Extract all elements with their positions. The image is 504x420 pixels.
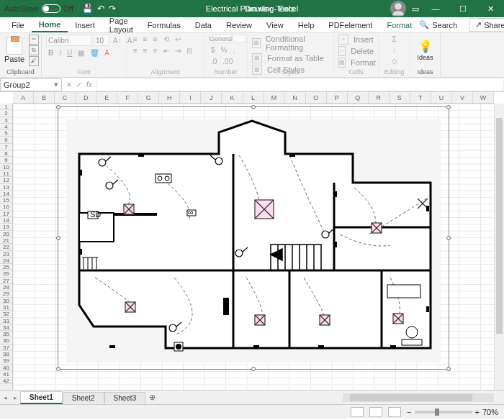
row-header[interactable]: 24 [0, 257, 12, 264]
electrical-floorplan-drawing[interactable]: SD ∞ [66, 119, 441, 362]
column-header[interactable]: R [369, 92, 390, 103]
row-header[interactable]: 2 [0, 110, 12, 117]
row-header[interactable]: 17 [0, 211, 12, 217]
row-header[interactable]: 38 [0, 351, 12, 357]
column-header[interactable]: P [327, 92, 348, 103]
row-header[interactable]: 29 [0, 291, 12, 297]
tab-page-layout[interactable]: Page Layout [102, 14, 140, 36]
column-header[interactable]: C [55, 92, 76, 103]
tab-home[interactable]: Home [32, 18, 68, 32]
tab-help[interactable]: Help [291, 19, 322, 32]
column-header[interactable]: Q [348, 92, 369, 103]
font-size-input[interactable] [94, 35, 109, 46]
zoom-slider[interactable] [415, 411, 472, 414]
name-box[interactable]: Group2▾ [0, 78, 62, 91]
sheet-tab-1[interactable]: Sheet1 [20, 391, 63, 404]
column-header[interactable]: U [431, 92, 452, 103]
currency-icon[interactable]: $ [209, 45, 217, 55]
column-header[interactable]: G [138, 92, 159, 103]
tab-format[interactable]: Format [379, 19, 419, 32]
row-header[interactable]: 33 [0, 318, 12, 324]
row-header[interactable]: 1 [0, 104, 12, 110]
conditional-formatting-button[interactable]: ▦ Conditional Formatting [252, 35, 329, 52]
column-header[interactable]: A [13, 92, 34, 103]
align-left-icon[interactable]: ≡ [131, 46, 140, 55]
row-header[interactable]: 21 [0, 237, 12, 244]
row-header[interactable]: 23 [0, 251, 12, 257]
increase-decimal-icon[interactable]: .0 [209, 57, 219, 66]
zoom-in-button[interactable]: + [475, 408, 480, 416]
autosave-toggle[interactable]: AutoSave Off [4, 4, 73, 13]
page-break-view-icon[interactable] [388, 407, 401, 417]
row-header[interactable]: 7 [0, 144, 12, 150]
column-header[interactable]: V [452, 92, 473, 103]
sheet-tab-2[interactable]: Sheet2 [63, 392, 104, 403]
row-header[interactable]: 4 [0, 124, 12, 130]
formula-bar[interactable] [96, 78, 504, 91]
undo-icon[interactable]: ↶ [97, 4, 104, 14]
column-header[interactable]: M [264, 92, 285, 103]
resize-handle[interactable] [56, 105, 60, 109]
column-header[interactable]: K [222, 92, 243, 103]
column-header[interactable]: D [76, 92, 96, 103]
format-as-table-button[interactable]: ▦ Format as Table [252, 53, 329, 63]
tab-pdfelement[interactable]: PDFelement [321, 19, 379, 32]
copy-icon[interactable]: ⧉ [29, 45, 39, 55]
format-cells-button[interactable]: ▦ Format [338, 58, 374, 68]
underline-button[interactable]: U [65, 48, 74, 58]
column-header[interactable]: H [159, 92, 180, 103]
column-headers[interactable]: ABCDEFGHIJKLMNOPQRSTUVW [13, 92, 494, 104]
row-header[interactable]: 22 [0, 244, 12, 250]
resize-handle[interactable] [56, 236, 60, 240]
row-header[interactable]: 40 [0, 365, 12, 371]
font-color-icon[interactable]: A [102, 48, 112, 58]
row-header[interactable]: 6 [0, 137, 12, 143]
row-header[interactable]: 30 [0, 298, 12, 304]
font-name-input[interactable] [46, 35, 92, 46]
resize-handle[interactable] [446, 367, 451, 371]
merge-icon[interactable]: ⊟ [184, 46, 194, 55]
row-header[interactable]: 25 [0, 264, 12, 270]
decrease-indent-icon[interactable]: ⇤ [161, 46, 171, 55]
row-header[interactable]: 12 [0, 177, 12, 183]
row-header[interactable]: 37 [0, 344, 12, 351]
search-box[interactable]: 🔍 Search [419, 20, 463, 29]
save-icon[interactable]: 💾 [82, 4, 93, 14]
resize-handle[interactable] [251, 105, 256, 109]
cancel-icon[interactable]: ✕ [66, 81, 72, 88]
column-header[interactable]: S [390, 92, 410, 103]
align-middle-icon[interactable]: ≡ [141, 35, 150, 44]
horizontal-scrollbar[interactable] [343, 393, 494, 402]
row-header[interactable]: 8 [0, 150, 12, 157]
close-button[interactable]: ✕ [480, 0, 501, 17]
align-bottom-icon[interactable]: ≡ [151, 35, 160, 44]
column-header[interactable]: B [34, 92, 55, 103]
resize-handle[interactable] [56, 367, 60, 371]
clear-icon[interactable]: ◇ [383, 56, 405, 65]
column-header[interactable]: E [96, 92, 117, 103]
ideas-button[interactable]: Ideas [417, 54, 433, 61]
column-header[interactable]: N [285, 92, 306, 103]
column-header[interactable]: I [180, 92, 201, 103]
page-layout-view-icon[interactable] [369, 407, 382, 417]
row-header[interactable]: 41 [0, 371, 12, 378]
column-header[interactable]: T [410, 92, 431, 103]
paste-button[interactable]: Paste [4, 37, 24, 63]
increase-font-icon[interactable]: A↑ [111, 36, 124, 45]
column-header[interactable]: J [201, 92, 222, 103]
row-header[interactable]: 11 [0, 170, 12, 177]
vertical-scrollbar[interactable] [494, 104, 504, 390]
align-center-icon[interactable]: ≡ [141, 46, 150, 55]
user-avatar[interactable] [390, 1, 406, 17]
row-header[interactable]: 27 [0, 278, 12, 284]
row-header[interactable]: 10 [0, 164, 12, 170]
row-header[interactable]: 28 [0, 284, 12, 291]
redo-icon[interactable]: ↷ [109, 4, 116, 14]
align-right-icon[interactable]: ≡ [151, 46, 160, 55]
row-header[interactable]: 32 [0, 311, 12, 317]
resize-handle[interactable] [446, 105, 451, 109]
worksheet-grid[interactable]: ABCDEFGHIJKLMNOPQRSTUVW 1234567891011121… [0, 92, 504, 390]
row-header[interactable]: 34 [0, 324, 12, 331]
row-header[interactable]: 16 [0, 204, 12, 210]
row-header[interactable]: 5 [0, 130, 12, 137]
